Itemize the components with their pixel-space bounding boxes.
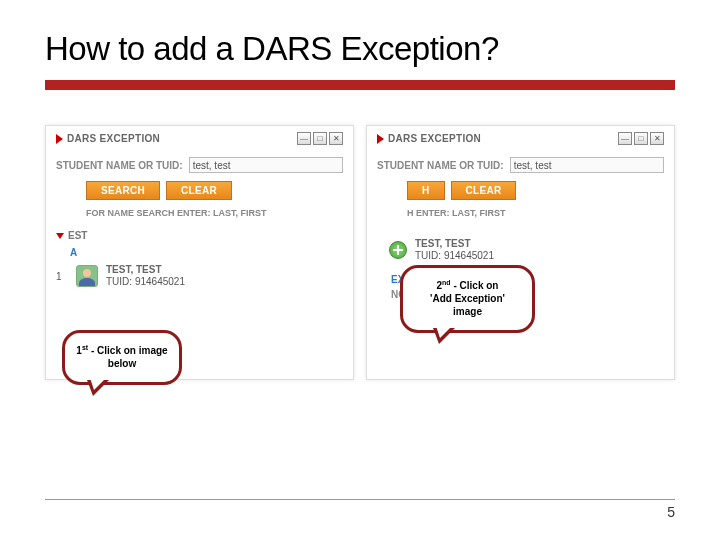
search-button-right[interactable]: H xyxy=(407,181,445,200)
minimize-icon[interactable]: — xyxy=(297,132,311,145)
footer-line xyxy=(45,499,675,500)
search-hint-left: FOR NAME SEARCH ENTER: LAST, FIRST xyxy=(86,208,343,218)
page-number: 5 xyxy=(45,504,675,520)
close-icon[interactable]: ✕ xyxy=(329,132,343,145)
window-buttons-right: — □ ✕ xyxy=(618,132,664,145)
minimize-icon[interactable]: — xyxy=(618,132,632,145)
search-input-right[interactable] xyxy=(510,157,664,173)
search-hint-right: H ENTER: LAST, FIRST xyxy=(407,208,664,218)
tuid-label-left: TUID: xyxy=(106,276,132,287)
callout-tail-icon xyxy=(433,328,455,344)
collapse-arrow-icon[interactable] xyxy=(56,134,63,144)
clear-button-right[interactable]: CLEAR xyxy=(451,181,517,200)
callout-first-text: - Click on image below xyxy=(88,345,167,369)
student-info-left: TEST, TEST TUID: 914645021 xyxy=(106,264,185,288)
window-buttons-left: — □ ✕ xyxy=(297,132,343,145)
search-label-left: STUDENT NAME OR TUID: xyxy=(56,160,183,171)
tuid-label-right: TUID: xyxy=(415,250,441,261)
search-row-left: STUDENT NAME OR TUID: xyxy=(56,157,343,173)
subheader-text-left: EST xyxy=(68,230,87,241)
row-index: 1 xyxy=(56,271,68,282)
search-input-left[interactable] xyxy=(189,157,343,173)
clear-button-left[interactable]: CLEAR xyxy=(166,181,232,200)
triangle-down-icon xyxy=(56,233,64,239)
search-button-left[interactable]: SEARCH xyxy=(86,181,160,200)
slide-footer: 5 xyxy=(45,499,675,520)
tuid-value-left: 914645021 xyxy=(135,276,185,287)
callout-second-text1: - Click on xyxy=(451,280,499,291)
add-exception-row: TEST, TEST TUID: 914645021 xyxy=(389,236,664,264)
student-info-right: TEST, TEST TUID: 914645021 xyxy=(415,238,494,262)
tuid-value-right: 914645021 xyxy=(444,250,494,261)
collapse-arrow-icon[interactable] xyxy=(377,134,384,144)
panel-left-title: DARS EXCEPTION xyxy=(67,133,160,144)
panel-right: DARS EXCEPTION — □ ✕ STUDENT NAME OR TUI… xyxy=(366,125,675,380)
student-name-left: TEST, TEST xyxy=(106,264,185,276)
add-exception-icon[interactable] xyxy=(389,241,407,259)
result-row-left: 1 TEST, TEST TUID: 914645021 xyxy=(56,262,343,290)
slide-title: How to add a DARS Exception? xyxy=(45,30,675,68)
title-underline xyxy=(45,80,675,90)
maximize-icon[interactable]: □ xyxy=(313,132,327,145)
subheader-left: EST xyxy=(56,230,343,241)
search-label-right: STUDENT NAME OR TUID: xyxy=(377,160,504,171)
student-name-right: TEST, TEST xyxy=(415,238,494,250)
callout-second: 2nd - Click on 'Add Exception' image xyxy=(400,265,535,333)
callout-second-text2: 'Add Exception' xyxy=(430,293,505,304)
close-icon[interactable]: ✕ xyxy=(650,132,664,145)
search-row-right: STUDENT NAME OR TUID: xyxy=(377,157,664,173)
callout-tail-icon xyxy=(87,380,109,396)
user-avatar-icon[interactable] xyxy=(76,265,98,287)
panel-right-title: DARS EXCEPTION xyxy=(388,133,481,144)
callout-second-text3: image xyxy=(453,306,482,317)
panel-left-header: DARS EXCEPTION — □ ✕ xyxy=(56,132,343,145)
panel-right-header: DARS EXCEPTION — □ ✕ xyxy=(377,132,664,145)
maximize-icon[interactable]: □ xyxy=(634,132,648,145)
callout-first: 1st - Click on image below xyxy=(62,330,182,385)
add-text-left: A xyxy=(70,247,343,258)
callout-second-sup: nd xyxy=(442,279,451,286)
